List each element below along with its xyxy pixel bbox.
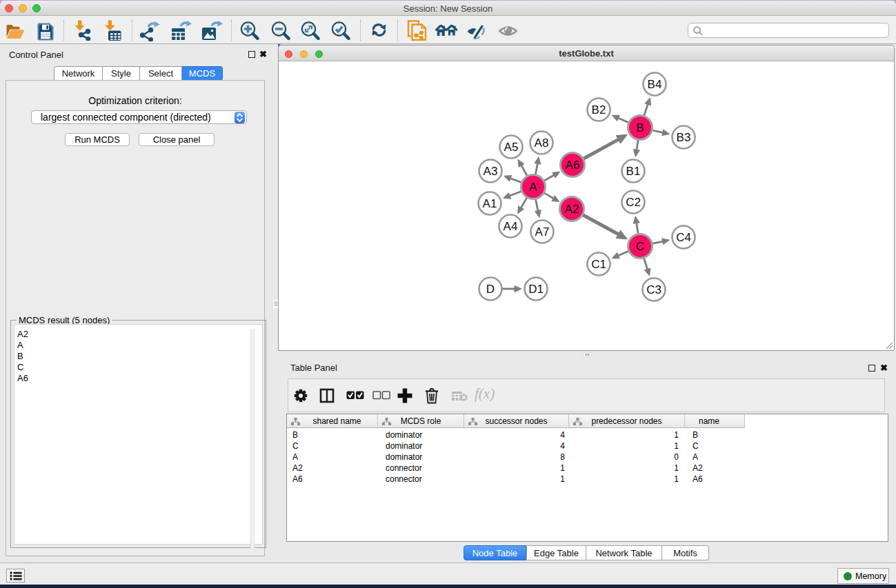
svg-text:C1: C1 bbox=[591, 258, 606, 271]
svg-text:C4: C4 bbox=[676, 231, 691, 244]
svg-text:C3: C3 bbox=[646, 283, 661, 296]
svg-text:A1: A1 bbox=[483, 197, 497, 210]
svg-text:A2: A2 bbox=[565, 203, 579, 216]
svg-text:B1: B1 bbox=[626, 165, 641, 178]
svg-text:C2: C2 bbox=[626, 196, 641, 209]
svg-text:B4: B4 bbox=[648, 78, 662, 91]
svg-text:A7: A7 bbox=[535, 225, 550, 239]
svg-text:A: A bbox=[529, 181, 537, 194]
svg-text:C: C bbox=[636, 240, 644, 253]
svg-text:A6: A6 bbox=[566, 159, 580, 172]
svg-text:B2: B2 bbox=[592, 103, 606, 116]
svg-text:B: B bbox=[636, 121, 644, 134]
svg-text:B3: B3 bbox=[677, 131, 691, 144]
svg-text:A4: A4 bbox=[504, 220, 518, 233]
svg-text:A8: A8 bbox=[535, 136, 549, 150]
svg-text:D1: D1 bbox=[528, 283, 544, 296]
svg-text:A5: A5 bbox=[504, 141, 519, 154]
svg-text:A3: A3 bbox=[484, 165, 498, 178]
svg-text:D: D bbox=[486, 283, 495, 296]
